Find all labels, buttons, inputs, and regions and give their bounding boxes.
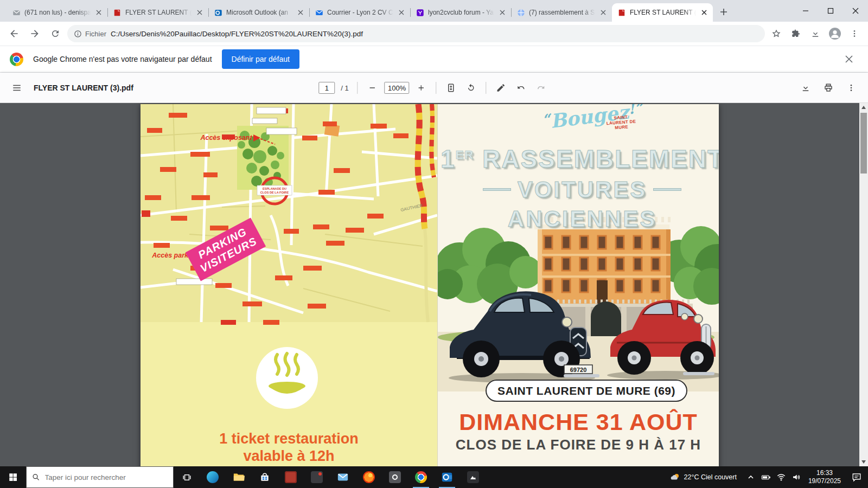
tab-courrier[interactable]: Courrier - Lyon 2 CV C xyxy=(309,3,410,22)
tab-close-icon[interactable] xyxy=(397,8,406,17)
tab-yahoo-forum[interactable]: lyon2cvclub forum - Ya xyxy=(410,3,511,22)
outlook-icon[interactable] xyxy=(434,466,460,488)
mail-app-icon[interactable] xyxy=(330,466,356,488)
taskbar-weather[interactable]: 22°C Ciel couvert xyxy=(664,472,743,482)
pdf-menu-icon[interactable] xyxy=(9,80,25,96)
scroll-down-arrow-icon[interactable] xyxy=(859,458,868,466)
firefox-icon[interactable] xyxy=(356,466,382,488)
license-plate: 69720 xyxy=(570,367,587,373)
file-explorer-icon[interactable] xyxy=(226,466,252,488)
acces-exposant-label: Accès exposant xyxy=(200,134,252,142)
tab-close-icon[interactable] xyxy=(700,8,709,17)
fit-page-icon[interactable] xyxy=(443,80,459,96)
app-icon-dark[interactable] xyxy=(304,466,330,488)
browser-menu-icon[interactable] xyxy=(846,25,863,42)
store-icon[interactable] xyxy=(252,466,278,488)
tab-close-icon[interactable] xyxy=(599,8,608,17)
downloads-icon[interactable] xyxy=(807,25,824,42)
poster-title: 1ER RASSEMBLEMENT VOITURES ANCIENNES xyxy=(437,144,719,232)
clock-date: 19/07/2025 xyxy=(808,477,841,485)
info-icon xyxy=(74,30,82,38)
globe-icon xyxy=(516,8,525,17)
app-icon-red[interactable] xyxy=(278,466,304,488)
scrollbar-thumb[interactable] xyxy=(860,113,867,174)
poster-location-banner: SAINT LAURENT DE MURE (69) xyxy=(486,380,687,402)
page-number-input[interactable] xyxy=(318,82,335,94)
redo-icon[interactable] xyxy=(533,80,550,96)
window-controls xyxy=(793,0,868,22)
zoom-level: 100% xyxy=(385,82,410,94)
pdf-download-icon[interactable] xyxy=(797,80,814,96)
profile-avatar[interactable] xyxy=(827,25,843,42)
car-jaguar xyxy=(607,300,719,380)
map-graphic: GAUTHIER ESPLANADE DU CLOS DE LA FOIRE A… xyxy=(141,104,437,466)
zoom-in-button[interactable] xyxy=(413,80,430,96)
tab-close-icon[interactable] xyxy=(498,8,507,17)
search-icon xyxy=(32,473,40,481)
zoom-out-button[interactable] xyxy=(365,80,381,96)
bookmark-star-icon[interactable] xyxy=(768,25,784,42)
ticket-text-line2: valable à 12h xyxy=(141,448,437,465)
scroll-up-arrow-icon[interactable] xyxy=(859,103,868,112)
extensions-icon[interactable] xyxy=(788,25,804,42)
search-input[interactable] xyxy=(45,473,168,481)
back-button[interactable] xyxy=(5,25,23,42)
url-text: C:/Users/Denis%20Pauillac/Desktop/FLYER%… xyxy=(111,30,762,38)
tab-close-icon[interactable] xyxy=(94,8,103,17)
wifi-icon[interactable] xyxy=(774,466,789,488)
battery-icon[interactable] xyxy=(758,466,774,488)
new-tab-button[interactable] xyxy=(716,4,731,20)
reload-button[interactable] xyxy=(47,25,64,42)
set-default-button[interactable]: Définir par défaut xyxy=(222,49,299,69)
poster-date: DIMANCHE 31 AOÛT xyxy=(438,409,719,435)
tab-close-icon[interactable] xyxy=(195,8,204,17)
edge-icon[interactable] xyxy=(200,466,226,488)
tab-mail-unread[interactable]: (671 non lus) - denispa xyxy=(7,3,107,22)
tab-close-icon[interactable] xyxy=(296,8,305,17)
chrome-icon[interactable] xyxy=(408,466,434,488)
volume-icon[interactable] xyxy=(789,466,804,488)
omnibox[interactable]: Fichier C:/Users/Denis%20Pauillac/Deskto… xyxy=(67,25,765,42)
start-button[interactable] xyxy=(0,466,26,488)
clock-time: 16:33 xyxy=(808,469,841,477)
tab-label: FLYER ST LAURENT (3) xyxy=(125,9,192,16)
task-view-button[interactable] xyxy=(174,466,200,488)
site-label-line2: CLOS DE LA FOIRE xyxy=(260,191,289,194)
pdf-more-menu-icon[interactable] xyxy=(843,80,859,96)
tab-rassemblement[interactable]: (7) rassemblement à S xyxy=(511,3,612,22)
close-button[interactable] xyxy=(843,0,868,22)
mail-blue-icon xyxy=(315,8,323,17)
tab-label: (7) rassemblement à S xyxy=(529,9,595,16)
infobar-close-icon[interactable] xyxy=(840,50,858,68)
pdf-toolbar: FLYER ST LAURENT (3).pdf / 1 100% xyxy=(0,73,868,103)
minimize-button[interactable] xyxy=(793,0,818,22)
print-icon[interactable] xyxy=(820,80,837,96)
taskbar-clock[interactable]: 16:33 19/07/2025 xyxy=(804,469,845,485)
scrollbar[interactable] xyxy=(859,103,868,466)
undo-icon[interactable] xyxy=(513,80,529,96)
pdf-page-poster: 69720 xyxy=(437,104,719,466)
infobar-message: Google Chrome n'est pas votre navigateur… xyxy=(33,55,212,63)
annotate-icon[interactable] xyxy=(493,80,509,96)
tab-flyer-pdf-active[interactable]: FLYER ST LAURENT (3) xyxy=(612,3,713,22)
pdf-content-area: GAUTHIER ESPLANADE DU CLOS DE LA FOIRE A… xyxy=(0,103,868,466)
tab-outlook[interactable]: Microsoft Outlook (an xyxy=(208,3,309,22)
tray-chevron-icon[interactable] xyxy=(743,466,758,488)
car-citroen: 69720 xyxy=(449,291,599,383)
file-chip-label: Fichier xyxy=(85,30,106,38)
site-label-line1: ESPLANADE DU xyxy=(263,187,286,190)
app-icon-gray[interactable] xyxy=(382,466,408,488)
taskbar-search[interactable] xyxy=(26,466,174,488)
tab-flyer-pdf-1[interactable]: FLYER ST LAURENT (3) xyxy=(107,3,208,22)
forward-button[interactable] xyxy=(26,25,43,42)
tab-label: (671 non lus) - denispa xyxy=(24,9,91,16)
maximize-button[interactable] xyxy=(818,0,843,22)
tab-label: FLYER ST LAURENT (3) xyxy=(630,9,696,16)
default-browser-infobar: Google Chrome n'est pas votre navigateur… xyxy=(0,46,868,73)
tab-label: lyon2cvclub forum - Ya xyxy=(428,9,494,16)
rotate-icon[interactable] xyxy=(463,80,480,96)
app-icon-dark-2[interactable] xyxy=(460,466,486,488)
file-chip[interactable]: Fichier xyxy=(74,30,106,38)
action-center-icon[interactable] xyxy=(845,466,868,488)
windows-logo-icon xyxy=(8,472,18,482)
